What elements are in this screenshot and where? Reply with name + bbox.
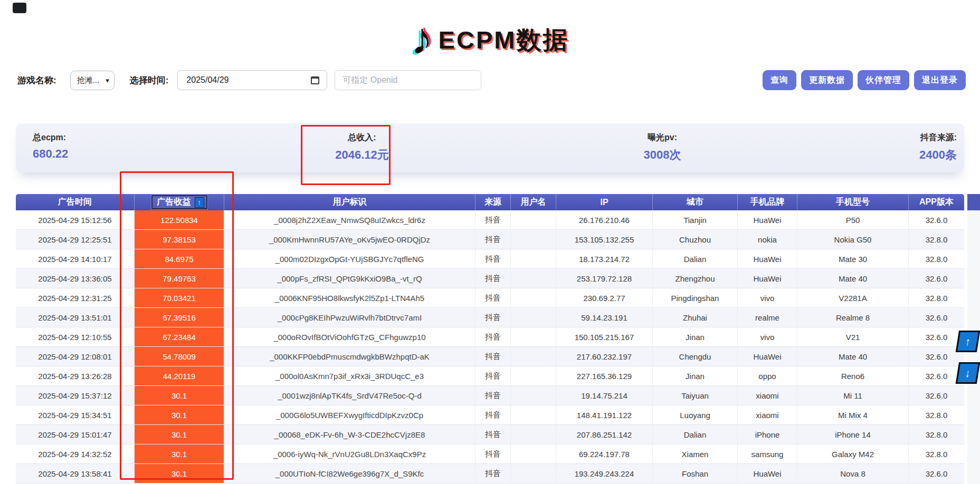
cell-ad-revenue: 30.1 <box>134 425 224 444</box>
cell-user-id: _000pFs_zfRSI_QPtG9kKxiO9Ba_-vt_rQ <box>224 269 475 288</box>
col-source: 来源 <box>475 194 510 210</box>
cell-app-version: 32.6.0 <box>908 386 964 405</box>
calendar-icon[interactable] <box>311 76 319 84</box>
cell-city: Jinan <box>652 366 737 385</box>
cell-phone-brand: samsung <box>737 444 797 463</box>
cell-ad-revenue: 30.1 <box>134 464 224 483</box>
cell-app-version: 32.8.0 <box>908 288 964 307</box>
partner-manage-button[interactable]: 伙伴管理 <box>858 70 909 90</box>
table-row[interactable]: 2025-04-29 13:51:01 67.39516 _000cPg8KEI… <box>16 308 964 327</box>
table-row[interactable]: 2025-04-29 12:10:55 67.23484 _000oROvIfB… <box>16 327 964 347</box>
cell-ip: 69.224.197.78 <box>556 444 652 463</box>
cell-ad-time: 2025-04-29 12:08:01 <box>16 347 134 366</box>
cell-city: Luoyang <box>652 405 737 424</box>
openid-input[interactable] <box>335 70 481 90</box>
date-input[interactable]: 2025/04/29 <box>177 70 327 90</box>
scroll-up-button[interactable]: ↑ <box>956 331 980 352</box>
cell-phone-model: Mate 30 <box>797 249 908 268</box>
cell-ip: 59.14.23.191 <box>556 308 652 327</box>
cell-app-version: 32.6.0 <box>908 210 964 229</box>
table-row[interactable]: 2025-04-29 15:34:51 30.1 _000G6lo5UWBEFX… <box>16 405 964 425</box>
cell-phone-model: Reno6 <box>797 366 908 385</box>
cell-phone-model: Galaxy M42 <box>797 444 908 463</box>
table-row[interactable]: 2025-04-29 15:12:56 122.50834 _0008j2hZ2… <box>16 210 964 230</box>
query-button[interactable]: 查询 <box>763 70 796 90</box>
cell-app-version: 32.8.0 <box>908 444 964 463</box>
cell-user-id: _000m02DIzgxOpGt-YUjSBGJYc7qtfleNG <box>224 249 475 268</box>
cell-app-version: 32.8.0 <box>908 230 964 249</box>
game-select[interactable]: 抢滩... ▾ <box>70 71 115 90</box>
cell-phone-brand: vivo <box>737 327 797 346</box>
cell-user-id: _000oROvIfBOtViOohfGTzG_CFhguwzp10 <box>224 327 475 346</box>
cell-ip: 193.249.243.224 <box>556 464 652 483</box>
cell-city: Zhengzhou <box>652 269 737 288</box>
stat-total-income: 总收入: 2046.12元 <box>317 132 407 163</box>
cell-ad-time: 2025-04-29 15:34:51 <box>16 405 134 424</box>
cell-ad-revenue: 79.49763 <box>134 269 224 288</box>
table-row[interactable]: 2025-04-29 13:26:28 44.20119 _000ol0AsKm… <box>16 366 964 386</box>
cell-user-id: _0006-iyWq-Nk_rVnU2Gu8LDn3XaqCx9Pz <box>224 444 475 463</box>
table-header-row: 广告时间 广告收益 ↑ 用户标识 来源 用户名 IP 城市 手机品牌 手机型号 … <box>16 194 964 210</box>
col-ad-revenue[interactable]: 广告收益 ↑ <box>134 194 224 210</box>
cell-app-version: 32.6.0 <box>908 308 964 327</box>
table-row[interactable]: 2025-04-29 15:01:47 30.1 _00068_eDK-Fv-6… <box>16 425 964 444</box>
cell-username <box>510 444 556 463</box>
corner-mark <box>13 3 26 13</box>
cell-ad-time: 2025-04-29 13:58:41 <box>16 464 134 483</box>
sort-control[interactable]: 广告收益 ↑ <box>151 195 207 209</box>
time-label: 选择时间: <box>130 74 169 86</box>
cell-username <box>510 269 556 288</box>
col-phone-brand: 手机品牌 <box>737 194 797 210</box>
cell-username <box>510 327 556 346</box>
cell-user-id: _0006KNF95HO8lkwsfyK2l5Zp1-LTN4Ah5 <box>224 288 475 307</box>
cell-source: 抖音 <box>475 386 510 405</box>
logout-button[interactable]: 退出登录 <box>914 70 966 90</box>
cell-user-id: _000G6lo5UWBEFXwygIfticdDIpKzvz0Cp <box>224 405 475 424</box>
table-row[interactable]: 2025-04-29 14:10:17 84.6975 _000m02DIzgx… <box>16 249 964 269</box>
col-username: 用户名 <box>510 194 556 210</box>
cell-source: 抖音 <box>475 425 510 444</box>
table-row[interactable]: 2025-04-29 14:32:52 30.1 _0006-iyWq-Nk_r… <box>16 444 964 464</box>
table-row[interactable]: 2025-04-29 12:31:25 70.03421 _0006KNF95H… <box>16 288 964 308</box>
cell-user-id: _0008j2hZ2XEaw_NmwSQ8uIZwkcs_ldr6z <box>224 210 475 229</box>
cell-city: Tianjin <box>652 210 737 229</box>
cell-ad-revenue: 30.1 <box>134 386 224 405</box>
cell-source: 抖音 <box>475 249 510 268</box>
stats-bar: 总ecpm: 680.22 总收入: 2046.12元 曝光pv: 3008次 … <box>16 123 964 172</box>
cell-phone-brand: realme <box>737 308 797 327</box>
refresh-data-button[interactable]: 更新数据 <box>801 70 853 90</box>
cell-phone-brand: HuaWei <box>737 464 797 483</box>
cell-username <box>510 366 556 385</box>
table-row[interactable]: 2025-04-29 13:58:41 30.1 _000UTIoN-fCI82… <box>16 464 964 483</box>
table-row[interactable]: 2025-04-29 15:37:12 30.1 _0001wzj8nlApTK… <box>16 386 964 405</box>
cell-username <box>510 464 556 483</box>
cell-ad-time: 2025-04-29 14:10:17 <box>16 249 134 268</box>
table-row[interactable]: 2025-04-29 12:08:01 54.78009 _000KKFP0eb… <box>16 347 964 366</box>
stat-value: 2400条 <box>919 147 957 163</box>
stat-value: 3008次 <box>617 147 708 163</box>
cell-source: 抖音 <box>475 327 510 346</box>
stat-label: 总ecpm: <box>33 132 68 143</box>
cell-ip: 207.86.251.142 <box>556 425 652 444</box>
scrollbar-header-filler <box>967 194 980 210</box>
page-title: ECPM数据 <box>439 24 569 57</box>
stat-label: 抖音来源: <box>919 132 957 143</box>
cell-app-version: 32.6.0 <box>908 464 964 483</box>
cell-source: 抖音 <box>475 405 510 424</box>
cell-city: Chengdu <box>652 347 737 366</box>
cell-ad-revenue: 84.6975 <box>134 249 224 268</box>
cell-ad-time: 2025-04-29 12:25:51 <box>16 230 134 249</box>
table-row[interactable]: 2025-04-29 13:36:05 79.49763 _000pFs_zfR… <box>16 269 964 288</box>
cell-source: 抖音 <box>475 210 510 229</box>
sort-asc-icon[interactable]: ↑ <box>195 197 204 208</box>
scroll-down-button[interactable]: ↓ <box>956 362 980 384</box>
col-user-id: 用户标识 <box>224 194 475 210</box>
filter-bar: 游戏名称: 抢滩... ▾ 选择时间: 2025/04/29 查询 更新数据 伙… <box>17 70 966 91</box>
cell-ad-revenue: 44.20119 <box>134 366 224 385</box>
cell-ip: 148.41.191.122 <box>556 405 652 424</box>
cell-ad-time: 2025-04-29 15:37:12 <box>16 386 134 405</box>
cell-app-version: 32.6.0 <box>908 269 964 288</box>
cell-ad-time: 2025-04-29 13:26:28 <box>16 366 134 385</box>
table-row[interactable]: 2025-04-29 12:25:51 97.38153 _000KmHwnnR… <box>16 230 964 249</box>
cell-username <box>510 425 556 444</box>
